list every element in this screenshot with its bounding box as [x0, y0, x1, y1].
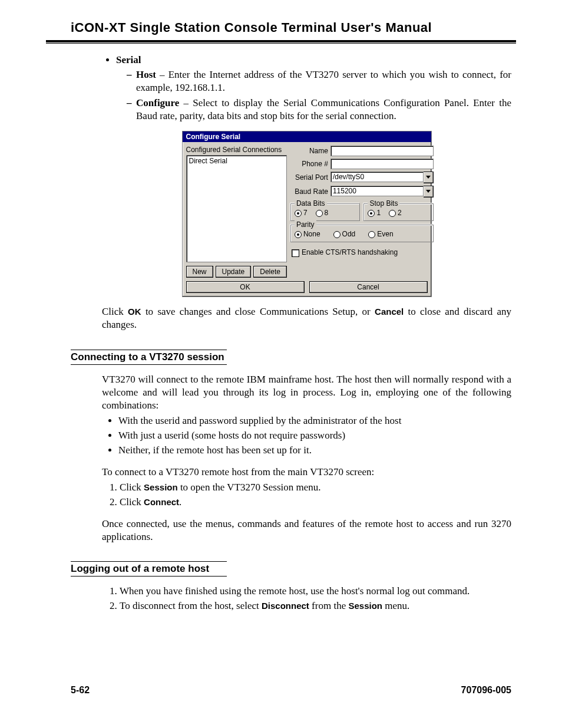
phone-input[interactable] [330, 159, 434, 169]
sec1-b3: Neither, if the remote host has been set… [118, 444, 511, 457]
baud-rate-combo[interactable] [330, 186, 424, 196]
update-button[interactable]: Update [216, 266, 252, 278]
handshake-checkbox[interactable]: Enable CTS/RTS handshaking [290, 248, 434, 256]
txt-connect: Connect [144, 497, 179, 507]
txt: Click [120, 496, 144, 508]
sec1-b1: With the userid and password supplied by… [118, 414, 511, 428]
txt: To disconnect from the host, select [120, 600, 262, 611]
stop-bits-legend: Stop Bits [368, 199, 399, 207]
parity-even-label: Even [377, 230, 393, 238]
name-input[interactable] [330, 146, 434, 156]
txt: to open the VT3270 Session menu. [178, 482, 321, 493]
txt-session: Session [144, 482, 178, 492]
txt: menu. [382, 600, 409, 611]
cancel-button[interactable]: Cancel [309, 281, 428, 293]
data-bits-7-label: 7 [303, 209, 308, 217]
list-item[interactable]: Direct Serial [189, 157, 284, 165]
sec1-b2: With just a userid (some hosts do not re… [118, 429, 511, 443]
handshake-label: Enable CTS/RTS handshaking [302, 248, 398, 256]
host-label: Host [136, 69, 156, 80]
data-bits-8-label: 8 [325, 209, 329, 217]
data-bits-7-radio[interactable]: 7 [295, 209, 308, 217]
parity-none-label: None [303, 230, 320, 238]
parity-group: Parity None Odd Even [290, 225, 434, 242]
sec1-step1: Click Session to open the VT3270 Session… [120, 481, 511, 495]
chevron-down-icon [426, 176, 431, 179]
list-serial: Serial Host – Enter the Internet address… [116, 54, 511, 123]
sec1-p3: Once connected, use the menus, commands … [102, 518, 511, 543]
sub-item-configure: Configure – Select to display the Serial… [127, 97, 511, 123]
sec2-step2: To disconnect from the host, select Disc… [120, 599, 511, 613]
stop-bits-1-label: 1 [376, 209, 381, 217]
running-header: iCON-XT Single Station Console Terminal … [46, 18, 516, 40]
baud-rate-dropdown-button[interactable] [424, 186, 434, 197]
connections-listbox[interactable]: Direct Serial [186, 155, 287, 262]
parity-odd-radio[interactable]: Odd [333, 230, 356, 238]
svg-marker-0 [426, 176, 431, 179]
sec1-p2: To connect to a VT3270 remote host from … [102, 466, 511, 479]
sec2-step1: When you have finished using the remote … [120, 585, 511, 598]
sec1-step2: Click Connect. [120, 496, 511, 509]
new-button[interactable]: New [186, 266, 213, 278]
svg-marker-1 [426, 190, 431, 193]
delete-button[interactable]: Delete [253, 266, 287, 278]
serial-port-dropdown-button[interactable] [424, 172, 434, 183]
txt-disconnect: Disconnect [262, 601, 309, 611]
section-connecting-heading: Connecting to a VT3270 session [71, 350, 227, 365]
txt: . [179, 496, 181, 508]
sub-item-host: Host – Enter the Internet address of the… [127, 68, 511, 94]
host-text: – Enter the Internet address of the VT32… [136, 69, 511, 93]
data-bits-group: Data Bits 7 8 [290, 203, 361, 221]
data-bits-legend: Data Bits [295, 199, 327, 207]
parity-legend: Parity [295, 220, 316, 229]
txt-ok: OK [128, 307, 141, 317]
header-rule-thin [46, 43, 516, 44]
section-logging-out-heading: Logging out of a remote host [71, 561, 227, 577]
parity-odd-label: Odd [342, 230, 356, 238]
data-bits-8-radio[interactable]: 8 [316, 209, 329, 217]
header-rule-thick [46, 40, 516, 42]
serial-port-combo[interactable] [330, 172, 424, 182]
txt: Click [120, 482, 144, 493]
configure-text: – Select to display the Serial Communica… [136, 97, 511, 121]
stop-bits-2-radio[interactable]: 2 [389, 209, 402, 217]
txt: from the [309, 600, 349, 611]
sec1-p1: VT3270 will connect to the remote IBM ma… [102, 373, 511, 412]
stop-bits-2-label: 2 [398, 209, 402, 217]
stop-bits-group: Stop Bits 1 2 [363, 203, 434, 221]
txt-cancel: Cancel [375, 307, 404, 317]
txt-session: Session [348, 601, 382, 611]
stop-bits-1-radio[interactable]: 1 [368, 209, 381, 217]
phone-label: Phone # [290, 160, 330, 168]
page-number: 5-62 [71, 685, 90, 696]
baud-rate-label: Baud Rate [290, 187, 330, 196]
parity-even-radio[interactable]: Even [368, 230, 393, 238]
txt: Click [102, 306, 128, 317]
txt: to save changes and close Communications… [141, 306, 375, 317]
checkbox-icon [292, 249, 299, 257]
configured-connections-label: Configured Serial Connections [186, 146, 287, 154]
name-label: Name [290, 147, 330, 155]
parity-none-radio[interactable]: None [295, 230, 320, 238]
chevron-down-icon [426, 190, 431, 193]
serial-port-label: Serial Port [290, 173, 330, 182]
serial-label: Serial [116, 54, 141, 65]
ok-button[interactable]: OK [186, 281, 305, 293]
configure-serial-dialog: Configure Serial Configured Serial Conne… [182, 131, 432, 297]
dialog-titlebar: Configure Serial [183, 131, 431, 142]
configure-label: Configure [136, 97, 179, 108]
doc-number: 707096-005 [461, 685, 511, 696]
after-dialog-text: Click OK to save changes and close Commu… [102, 305, 511, 331]
